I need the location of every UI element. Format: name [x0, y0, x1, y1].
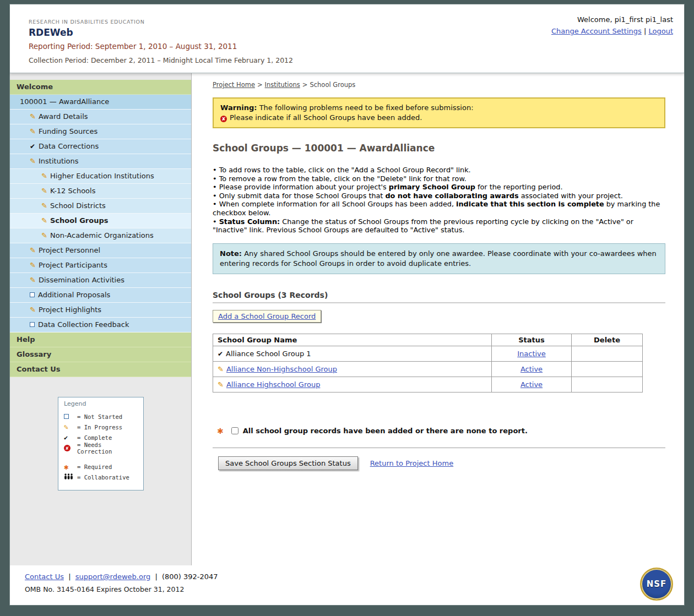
sidebar-item-label: Project Participants: [39, 261, 107, 269]
records-heading: School Groups (3 Records): [213, 291, 665, 299]
breadcrumb: Project Home>Institutions>School Groups: [213, 81, 665, 89]
sidebar-item-non-academic-organizations[interactable]: ✎Non-Academic Organizations: [10, 228, 191, 243]
legend-item-needs-correction: ✘ = Needs Correction: [64, 443, 139, 453]
pencil-icon: ✎: [218, 380, 224, 389]
sidebar-item-glossary[interactable]: Glossary: [10, 347, 191, 362]
legend-item-collaborative: = Collaborative: [64, 472, 139, 482]
user-area: Welcome, pi1_first pi1_last Change Accou…: [551, 15, 673, 35]
sidebar-item-label: K-12 Schools: [50, 187, 95, 195]
col-header-name: School Group Name: [213, 334, 492, 346]
sidebar-item-project-highlights[interactable]: ✎Project Highlights: [10, 303, 191, 318]
group-name-link[interactable]: Alliance Non-Highschool Group: [226, 365, 337, 373]
pencil-icon: ✎: [41, 184, 50, 198]
sidebar-item-label: Award Details: [39, 112, 88, 121]
delete-cell: [572, 361, 643, 377]
sidebar-item-label: 100001 — AwardAlliance: [20, 97, 109, 106]
body: Welcome 100001 — AwardAlliance ✎Award De…: [10, 73, 684, 565]
warning-text: The following problems need to be fixed …: [259, 103, 474, 112]
pencil-icon: ✎: [30, 303, 39, 317]
rdeweb-page: { "icons": { "pencil": "✎", "check": "✔"…: [0, 0, 694, 616]
sidebar-item-label: Contact Us: [17, 365, 60, 373]
sidebar-item-label: Funding Sources: [39, 127, 97, 135]
separator: |: [644, 27, 646, 35]
sidebar-item-label: Project Highlights: [39, 306, 101, 314]
add-school-group-record-button[interactable]: Add a School Group Record: [213, 310, 321, 323]
col-header-delete: Delete: [572, 334, 643, 346]
instructions-list: To add rows to the table, click on the "…: [213, 166, 665, 235]
sidebar-item-higher-education-institutions[interactable]: ✎Higher Education Institutions: [10, 169, 191, 184]
logout-link[interactable]: Logout: [648, 27, 673, 35]
return-to-project-home-link[interactable]: Return to Project Home: [370, 459, 453, 467]
instruction-bullet: Status Column: Change the status of Scho…: [213, 217, 665, 235]
required-icon: ✱: [64, 462, 77, 471]
group-name-cell: ✎Alliance Non-Highschool Group: [213, 361, 492, 377]
pencil-icon: ✎: [30, 124, 39, 139]
section-complete-checkbox[interactable]: [231, 427, 238, 434]
required-icon: ✱: [217, 427, 224, 435]
sidebar-item-contact-us[interactable]: Contact Us: [10, 362, 191, 377]
instruction-bullet: Please provide information about your pr…: [213, 183, 665, 192]
sidebar-item-school-groups[interactable]: ✎School Groups: [10, 214, 191, 228]
warning-title: Warning:: [220, 103, 257, 112]
check-icon: ✔: [30, 139, 39, 154]
sidebar-item-data-corrections[interactable]: ✔Data Corrections: [10, 139, 191, 154]
page-title: School Groups — 100001 — AwardAlliance: [213, 143, 665, 154]
status-link[interactable]: Active: [520, 380, 543, 389]
check-icon: ✔: [64, 434, 77, 441]
breadcrumb-project-home[interactable]: Project Home: [213, 81, 255, 89]
group-name-link[interactable]: Alliance Highschool Group: [226, 380, 320, 389]
status-link[interactable]: Inactive: [517, 350, 546, 358]
breadcrumb-separator: >: [302, 81, 308, 89]
people-icon: [64, 473, 77, 481]
instruction-bullet: To add rows to the table, click on the "…: [213, 166, 665, 175]
sidebar-item-help[interactable]: Help: [10, 332, 191, 347]
status-link[interactable]: Active: [520, 365, 543, 373]
legend-item-label: = In Progress: [77, 424, 122, 430]
page-header: RESEARCH IN DISABILITIES EDUCATION RDEWe…: [10, 4, 684, 73]
table-row: ✎Alliance Highschool Group Active: [213, 377, 643, 392]
pencil-icon: ✎: [30, 258, 39, 272]
footer-email-link[interactable]: support@rdeweb.org: [75, 573, 151, 581]
change-account-settings-link[interactable]: Change Account Settings: [551, 27, 642, 35]
nsf-logo-text: NSF: [647, 579, 667, 589]
not-started-icon: [30, 292, 35, 297]
add-school-group-record-link[interactable]: Add a School Group Record: [218, 312, 316, 320]
group-name-text: Alliance School Group 1: [226, 350, 311, 358]
pencil-icon: ✎: [41, 214, 50, 228]
sidebar-item-label: School Groups: [50, 216, 108, 225]
sidebar-item-label: Data Corrections: [39, 142, 99, 150]
sidebar-item-project-participants[interactable]: ✎Project Participants: [10, 258, 191, 273]
not-started-icon: [64, 414, 69, 419]
sidebar-item-institutions[interactable]: ✎Institutions: [10, 154, 191, 169]
legend-item-not-started: = Not Started: [64, 411, 139, 422]
sidebar-item-data-collection-feedback[interactable]: Data Collection Feedback: [10, 318, 191, 332]
sidebar-item-k12-schools[interactable]: ✎K-12 Schools: [10, 184, 191, 199]
delete-cell: [572, 346, 643, 361]
instruction-bullet: To remove a row from the table, click on…: [213, 175, 665, 183]
pencil-icon: ✎: [30, 273, 39, 287]
sidebar-item-award[interactable]: 100001 — AwardAlliance: [10, 95, 191, 110]
save-section-status-button[interactable]: Save School Groups Section Status: [218, 456, 358, 470]
sidebar-item-dissemination-activities[interactable]: ✎Dissemination Activities: [10, 273, 191, 288]
sidebar-item-school-districts[interactable]: ✎School Districts: [10, 199, 191, 214]
legend-title: Legend: [64, 400, 139, 407]
breadcrumb-separator: >: [257, 81, 263, 89]
sidebar-item-funding-sources[interactable]: ✎Funding Sources: [10, 124, 191, 139]
sidebar-item-welcome[interactable]: Welcome: [10, 80, 191, 95]
sidebar-item-label: School Districts: [50, 201, 106, 210]
sidebar-item-project-personnel[interactable]: ✎Project Personnel: [10, 243, 191, 258]
collection-period: Collection Period: December 2, 2011 – Mi…: [29, 56, 672, 64]
delete-cell: [572, 377, 643, 392]
instruction-bullet: Only submit data for those School Groups…: [213, 192, 665, 200]
warning-item: ✘Please indicate if all School Groups ha…: [220, 113, 658, 123]
sidebar-item-label: Dissemination Activities: [39, 276, 124, 284]
sidebar-item-award-details[interactable]: ✎Award Details: [10, 110, 191, 124]
breadcrumb-current: School Groups: [310, 81, 355, 89]
note-box: Note: Any shared School Groups should be…: [213, 243, 665, 274]
breadcrumb-institutions[interactable]: Institutions: [265, 81, 300, 89]
sidebar-item-additional-proposals[interactable]: Additional Proposals: [10, 288, 191, 303]
pencil-icon: ✎: [64, 423, 77, 431]
footer-contact-link[interactable]: Contact Us: [25, 573, 64, 581]
welcome-text: Welcome, pi1_first pi1_last: [551, 15, 673, 24]
reporting-period: Reporting Period: September 1, 2010 – Au…: [29, 42, 672, 51]
